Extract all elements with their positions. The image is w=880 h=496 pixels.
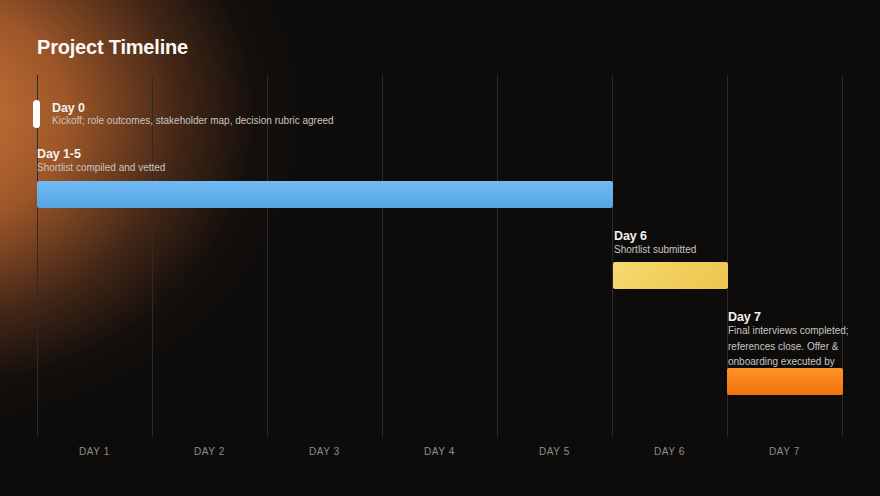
gridline-day-5 — [612, 75, 613, 437]
axis-label-day-1: DAY 1 — [37, 446, 152, 457]
day6-description: Shortlist submitted — [614, 242, 696, 258]
day0-description: Kickoff; role outcomes, stakeholder map,… — [52, 113, 334, 129]
gridline-day-1 — [152, 75, 153, 437]
axis-label-day-6: DAY 6 — [612, 446, 727, 457]
day1-5-description: Shortlist compiled and vetted — [37, 160, 165, 176]
timeline-slide: Project Timeline Day 0 Kickoff; role out… — [0, 0, 880, 496]
page-title: Project Timeline — [37, 36, 188, 59]
day6-label: Day 6 — [614, 229, 647, 243]
gridline-day-4 — [497, 75, 498, 437]
axis-label-day-3: DAY 3 — [267, 446, 382, 457]
day7-label: Day 7 — [728, 310, 761, 324]
gridline-day-0 — [37, 75, 38, 437]
day1-5-timeline-bar — [37, 181, 613, 208]
day1-5-label: Day 1-5 — [37, 147, 81, 161]
day7-timeline-bar — [727, 368, 843, 395]
day6-timeline-bar — [613, 262, 728, 289]
axis-label-day-4: DAY 4 — [382, 446, 497, 457]
gridline-day-2 — [267, 75, 268, 437]
gridline-day-3 — [382, 75, 383, 437]
day0-milestone-marker — [33, 100, 40, 128]
axis-label-day-7: DAY 7 — [727, 446, 842, 457]
day7-description-line2: references close. Offer & — [728, 339, 858, 355]
axis-label-day-2: DAY 2 — [152, 446, 267, 457]
axis-label-day-5: DAY 5 — [497, 446, 612, 457]
day7-description-line1: Final interviews completed; — [728, 323, 858, 339]
